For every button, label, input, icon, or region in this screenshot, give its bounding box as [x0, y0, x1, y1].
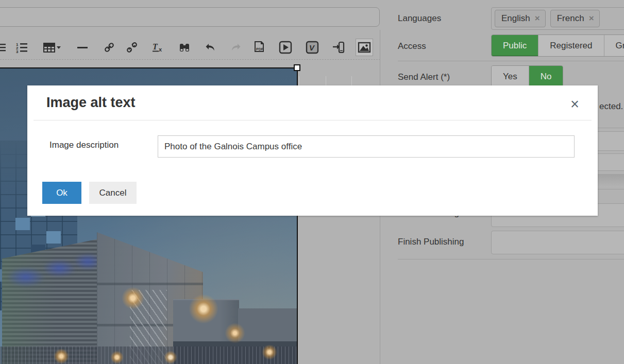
language-tag-english: English ×	[495, 10, 546, 27]
close-icon[interactable]: ×	[570, 97, 579, 112]
find-replace-icon[interactable]	[177, 40, 192, 55]
image-resize-handle[interactable]	[294, 64, 300, 71]
language-tag-french: French ×	[550, 10, 600, 27]
app-screen: 123 Tx PDF	[0, 0, 624, 364]
bullet-list-icon[interactable]	[0, 40, 7, 55]
languages-field[interactable]: English × French ×	[491, 7, 624, 30]
finish-publishing-label: Finish Publishing	[398, 237, 464, 247]
insert-vimeo-icon[interactable]: V	[305, 40, 319, 55]
access-groups-button[interactable]: Gr	[604, 35, 624, 56]
article-title-input[interactable]	[0, 7, 380, 27]
remove-tag-icon[interactable]: ×	[589, 13, 594, 24]
svg-text:T: T	[153, 42, 158, 51]
language-tag-label: French	[557, 13, 584, 24]
send-alert-toggle: Yes No	[491, 65, 563, 88]
caret-down-icon	[57, 46, 61, 49]
image-alt-dialog: Image alt text × Image description Ok Ca…	[27, 85, 598, 216]
ok-button[interactable]: Ok	[42, 182, 81, 204]
clear-formatting-icon[interactable]: Tx	[151, 40, 165, 55]
remove-tag-icon[interactable]: ×	[535, 13, 540, 24]
horizontal-rule-icon[interactable]	[75, 40, 90, 55]
access-public-button[interactable]: Public	[492, 35, 538, 56]
language-tag-label: English	[501, 13, 530, 24]
insert-responsive-icon[interactable]	[331, 40, 346, 55]
remove-link-icon[interactable]	[125, 40, 139, 55]
image-description-input[interactable]	[158, 135, 575, 158]
languages-label: Languages	[398, 13, 441, 24]
send-alert-no-button[interactable]: No	[529, 66, 563, 87]
image-description-label: Image description	[49, 140, 119, 150]
redo-icon[interactable]	[228, 40, 243, 55]
send-alert-label: Send Alert (*)	[398, 72, 450, 82]
access-label: Access	[398, 41, 426, 51]
finish-publishing-input[interactable]	[491, 231, 624, 254]
dialog-title: Image alt text	[46, 95, 136, 111]
partial-alert-message: ected.	[599, 101, 623, 112]
svg-text:x: x	[159, 46, 162, 53]
access-button-group: Public Registered Gr	[491, 34, 624, 57]
access-registered-button[interactable]: Registered	[538, 35, 604, 56]
editor-toolbar: 123 Tx PDF	[0, 36, 380, 60]
cancel-button[interactable]: Cancel	[89, 182, 137, 204]
insert-image-icon[interactable]	[356, 39, 373, 56]
insert-media-icon[interactable]	[278, 40, 293, 55]
table-icon[interactable]	[42, 40, 62, 55]
insert-pdf-icon[interactable]: PDF	[252, 40, 266, 55]
insert-link-icon[interactable]	[102, 40, 116, 55]
undo-icon[interactable]	[204, 40, 218, 55]
send-alert-yes-button[interactable]: Yes	[492, 66, 529, 87]
dialog-divider	[33, 120, 592, 120]
svg-text:PDF: PDF	[256, 47, 264, 51]
svg-text:3: 3	[16, 49, 19, 54]
numbered-list-icon[interactable]: 123	[14, 40, 29, 55]
